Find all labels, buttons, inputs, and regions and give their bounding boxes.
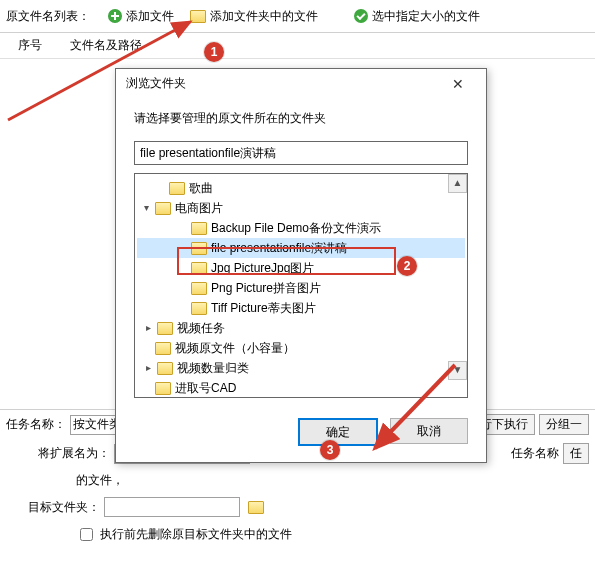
col-num: 序号 — [6, 37, 70, 54]
target-label: 目标文件夹： — [28, 499, 100, 516]
list-header: 序号 文件名及路径 — [0, 33, 595, 59]
dialog-hint: 请选择要管理的原文件所在的文件夹 — [134, 110, 468, 127]
badge-2: 2 — [397, 256, 417, 276]
dialog-title: 浏览文件夹 — [126, 75, 186, 92]
group-button[interactable]: 分组一 — [539, 414, 589, 435]
dialog-body: 请选择要管理的原文件所在的文件夹 file presentationfile演讲… — [116, 98, 486, 462]
folder-icon — [191, 282, 207, 295]
add-file-label: 添加文件 — [126, 8, 174, 25]
target-row: 目标文件夹： — [6, 497, 589, 517]
target-input[interactable] — [104, 497, 240, 517]
chevron-right-icon: ▸ — [143, 363, 153, 373]
list-label: 原文件名列表： — [6, 8, 90, 25]
dialog-titlebar: 浏览文件夹 ✕ — [116, 69, 486, 98]
tree-label: 视频任务 — [177, 320, 225, 337]
browse-folder-dialog: 浏览文件夹 ✕ 请选择要管理的原文件所在的文件夹 file presentati… — [115, 68, 487, 463]
tree-label: Png Picture拼音图片 — [211, 280, 321, 297]
check-icon — [354, 9, 368, 23]
folder-icon — [191, 302, 207, 315]
tree-label: 歌曲 — [189, 180, 213, 197]
selected-path-box: file presentationfile演讲稿 — [134, 141, 468, 165]
add-folder-files-button[interactable]: 添加文件夹中的文件 — [184, 6, 324, 27]
select-size-files-label: 选中指定大小的文件 — [372, 8, 480, 25]
browse-target-icon[interactable] — [248, 501, 264, 514]
desc-label: 的文件， — [76, 472, 124, 489]
tree-node-songs[interactable]: 歌曲 — [137, 178, 465, 198]
tree-label: Backup File Demo备份文件演示 — [211, 220, 381, 237]
scroll-down-button[interactable]: ▼ — [448, 361, 467, 380]
close-icon: ✕ — [452, 76, 464, 92]
expander-icon: ▾ — [141, 203, 151, 213]
col-path: 文件名及路径 — [70, 37, 142, 54]
tree-node-tiff[interactable]: Tiff Picture蒂夫图片 — [137, 298, 465, 318]
add-folder-files-label: 添加文件夹中的文件 — [210, 8, 318, 25]
desc-row: 的文件， — [6, 472, 589, 489]
scroll-up-button[interactable]: ▲ — [448, 174, 467, 193]
tree-label: Tiff Picture蒂夫图片 — [211, 300, 316, 317]
folder-icon — [191, 222, 207, 235]
folder-icon — [169, 182, 185, 195]
taskname-label: 任务名称 — [511, 445, 559, 462]
badge-1: 1 — [204, 42, 224, 62]
delete-before-label: 执行前先删除原目标文件夹中的文件 — [100, 526, 292, 543]
expander-icon — [155, 183, 165, 193]
dialog-close-button[interactable]: ✕ — [438, 76, 478, 92]
cancel-button[interactable]: 取消 — [390, 418, 468, 444]
delete-before-checkbox[interactable] — [80, 528, 93, 541]
chk-row: 执行前先删除原目标文件夹中的文件 — [6, 525, 589, 544]
ext-label: 将扩展名为： — [38, 445, 110, 462]
tree-node-ecom[interactable]: ▾ 电商图片 — [137, 198, 465, 218]
folder-icon — [191, 262, 207, 275]
folder-icon — [155, 342, 171, 355]
badge-3: 3 — [320, 440, 340, 460]
folder-icon — [157, 322, 173, 335]
tree-node-present[interactable]: file presentationfile演讲稿 — [137, 238, 465, 258]
plus-icon — [108, 9, 122, 23]
tree-node-video2[interactable]: 视频原文件（小容量） — [137, 338, 465, 358]
tree-label: 视频数量归类 — [177, 360, 249, 377]
select-size-files-button[interactable]: 选中指定大小的文件 — [348, 6, 486, 27]
tree-node-video3[interactable]: ▸ 视频数量归类 — [137, 358, 465, 378]
tree-label: 电商图片 — [175, 200, 223, 217]
add-file-button[interactable]: 添加文件 — [102, 6, 180, 27]
tree-node-cad[interactable]: 进取号CAD — [137, 378, 465, 398]
toolbar: 原文件名列表： 添加文件 添加文件夹中的文件 选中指定大小的文件 — [0, 0, 595, 33]
tree-label: 视频原文件（小容量） — [175, 340, 295, 357]
task-btn[interactable]: 任 — [563, 443, 589, 464]
folder-icon — [155, 202, 171, 215]
tree-label: 进取号CAD — [175, 380, 236, 397]
chevron-right-icon: ▸ — [143, 323, 153, 333]
ok-button[interactable]: 确定 — [298, 418, 378, 446]
tree-label: Jpg PictureJpg图片 — [211, 260, 314, 277]
task-label: 任务名称： — [6, 416, 66, 433]
folder-icon — [191, 242, 207, 255]
folder-icon — [157, 362, 173, 375]
folder-tree[interactable]: 歌曲 ▾ 电商图片 Backup File Demo备份文件演示 file pr… — [134, 173, 468, 398]
folder-icon — [190, 10, 206, 23]
folder-icon — [155, 382, 171, 395]
tree-node-png[interactable]: Png Picture拼音图片 — [137, 278, 465, 298]
tree-node-video[interactable]: ▸ 视频任务 — [137, 318, 465, 338]
dialog-buttons: 确定 取消 — [134, 418, 468, 446]
tree-label: file presentationfile演讲稿 — [211, 240, 347, 257]
tree-node-backup[interactable]: Backup File Demo备份文件演示 — [137, 218, 465, 238]
